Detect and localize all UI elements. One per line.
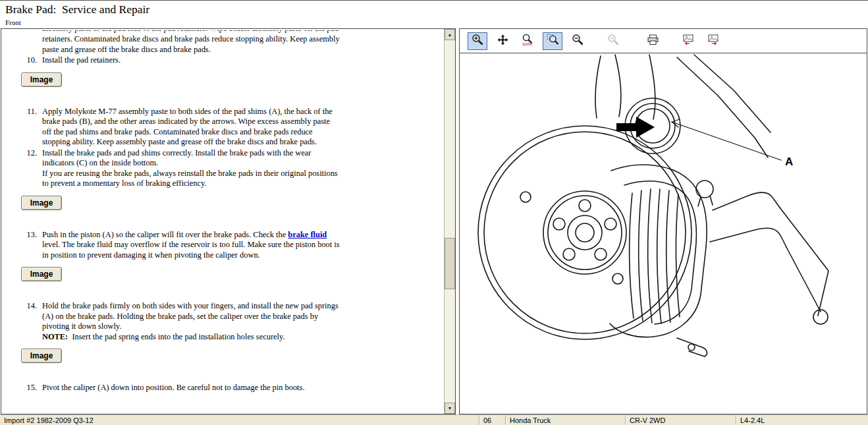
status-model: CR-V 2WD (626, 415, 736, 425)
scroll-up-button[interactable]: ▲ (445, 29, 455, 40)
status-bar: Import #2 1982-2009 Q3-12 06 Honda Truck… (0, 414, 868, 425)
step-item-10: 10. Install the pad retainers. (21, 55, 440, 66)
continued-paragraph: retainers. Contaminated brake discs and … (42, 34, 340, 55)
print-icon (647, 34, 659, 48)
previous-image-icon (682, 34, 695, 48)
image-button[interactable]: Image (21, 72, 62, 87)
zoom-actual-size-button[interactable]: 100% (518, 32, 537, 50)
brake-fluid-link[interactable]: brake fluid (288, 230, 327, 239)
step-number: 15. (21, 383, 37, 393)
next-image-icon (707, 34, 720, 48)
status-year: 06 (479, 415, 506, 425)
zoom-out-disabled-icon (607, 34, 620, 49)
zoom-out-button[interactable] (568, 32, 587, 50)
next-image-button[interactable] (703, 32, 723, 50)
pan-icon (497, 34, 508, 48)
status-engine: L4-2.4L (736, 415, 868, 425)
status-import: Import #2 1982-2009 Q3-12 (0, 415, 479, 425)
step-number: 10. (21, 55, 37, 66)
step-number: 14. (21, 301, 37, 342)
zoom-100-icon: 100% (522, 34, 534, 49)
step-number: 11. (21, 107, 37, 148)
image-viewer-panel: 100% (459, 28, 867, 414)
document-scrollbar[interactable]: ▲ ▼ (444, 29, 455, 414)
step-item-12: 12. Install the brake pads and pad shims… (21, 148, 440, 189)
step-text: Apply Molykote M-77 assembly paste to bo… (42, 107, 340, 148)
zoom-in-icon (472, 34, 484, 49)
previous-image-button[interactable] (678, 32, 698, 50)
status-make: Honda Truck (506, 415, 626, 425)
zoom-out-icon (572, 34, 584, 49)
black-arrow-marker (616, 117, 655, 138)
page-subtitle: Front (5, 18, 868, 26)
scroll-down-button[interactable]: ▼ (445, 403, 455, 414)
document-panel: assembly paste to the pad side of the pa… (1, 28, 456, 414)
brake-caliper-disc-diagram: A (460, 53, 867, 414)
zoom-window-button[interactable] (543, 32, 562, 50)
pan-button[interactable] (493, 32, 512, 50)
print-button[interactable] (643, 32, 663, 50)
step-item-14: 14. Hold the brake pads firmly on both s… (21, 301, 440, 342)
step-text: Hold the brake pads firmly on both sides… (42, 301, 340, 332)
zoom-in-button[interactable] (468, 32, 487, 50)
scrollbar-thumb[interactable] (445, 238, 455, 289)
step-text-2: If you are reusing the brake pads, alway… (42, 169, 340, 189)
note-text: Insert the pad spring ends into the pad … (68, 332, 285, 341)
step-text: Install the pad retainers. (42, 55, 340, 66)
document-content: assembly paste to the pad side of the pa… (1, 29, 444, 414)
step-item-13: 13. Push in the piston (A) so the calipe… (21, 230, 440, 261)
step-item-11: 11. Apply Molykote M-77 assembly paste t… (21, 107, 440, 148)
diagram-label-a: A (785, 156, 793, 168)
image-button[interactable]: Image (21, 196, 62, 210)
step-text: Pivot the caliper (A) down into position… (42, 383, 340, 393)
zoom-out-disabled-button (603, 32, 623, 50)
image-button[interactable]: Image (21, 267, 62, 281)
step-text: Install the brake pads and pad shims cor… (42, 148, 340, 169)
image-button[interactable]: Image (21, 349, 62, 363)
zoom-window-icon (547, 34, 559, 49)
diagram-canvas[interactable]: A (460, 53, 867, 414)
note-label: NOTE: (42, 332, 68, 341)
viewer-toolbar: 100% (460, 29, 867, 53)
page-title: Brake Pad: Service and Repair (5, 3, 868, 16)
step-text: Push in the piston (A) so the caliper wi… (42, 230, 340, 261)
step-number: 12. (21, 148, 37, 189)
step-item-15: 15. Pivot the caliper (A) down into posi… (21, 383, 440, 393)
step-number: 13. (21, 230, 37, 261)
svg-text:100%: 100% (522, 42, 533, 46)
page-header: Brake Pad: Service and Repair Front (0, 1, 868, 28)
note-paragraph: NOTE: Insert the pad spring ends into th… (42, 332, 340, 343)
